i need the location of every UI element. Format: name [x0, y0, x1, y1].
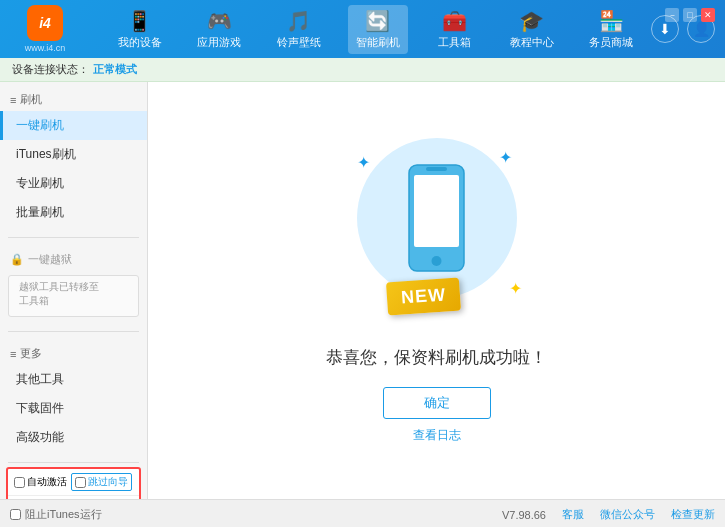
- status-prefix: 设备连接状态：: [12, 62, 89, 77]
- sidebar-item-batch-flash[interactable]: 批量刷机: [0, 198, 147, 227]
- main-layout: ≡ 刷机 一键刷机 iTunes刷机 专业刷机 批量刷机: [0, 82, 725, 499]
- one-key-flash-label: 一键刷机: [16, 117, 64, 134]
- merchant-icon: 🏪: [599, 9, 624, 33]
- nav-ringtones-label: 铃声壁纸: [277, 35, 321, 50]
- footer-link-customer[interactable]: 客服: [562, 507, 584, 522]
- sidebar-item-other-tools[interactable]: 其他工具: [0, 365, 147, 394]
- sidebar-flash-header: ≡ 刷机: [0, 88, 147, 111]
- ringtones-icon: 🎵: [286, 9, 311, 33]
- sync-guide-input[interactable]: [75, 477, 86, 488]
- footer-right: V7.98.66 客服 微信公众号 检查更新: [502, 507, 715, 522]
- device-panel: 自动激活 跳过向导 📱 iPhone 15 Pro Max 512GB iPho…: [6, 467, 141, 499]
- version-text: V7.98.66: [502, 509, 546, 521]
- sync-guide-label: 跳过向导: [88, 475, 128, 489]
- sidebar-item-download-firmware[interactable]: 下载固件: [0, 394, 147, 423]
- auto-activate-label: 自动激活: [27, 475, 67, 489]
- logo: i4 www.i4.cn: [10, 5, 80, 53]
- phone-svg: [404, 163, 469, 273]
- minimize-button[interactable]: －: [665, 8, 679, 22]
- smart-flash-icon: 🔄: [365, 9, 390, 33]
- sidebar-item-one-key-flash[interactable]: 一键刷机: [0, 111, 147, 140]
- maximize-button[interactable]: □: [683, 8, 697, 22]
- itunes-checkbox[interactable]: [10, 509, 21, 520]
- divider-2: [8, 331, 139, 332]
- status-mode: 正常模式: [93, 62, 137, 77]
- device-checkboxes: 自动激活 跳过向导: [8, 469, 139, 496]
- sidebar-item-advanced[interactable]: 高级功能: [0, 423, 147, 452]
- nav-toolbox-label: 工具箱: [438, 35, 471, 50]
- footer-link-update[interactable]: 检查更新: [671, 507, 715, 522]
- sidebar-jailbreak-note: 越狱工具已转移至工具箱: [8, 275, 139, 317]
- svg-point-3: [432, 256, 442, 266]
- device-info: 📱 iPhone 15 Pro Max 512GB iPhone: [8, 496, 139, 499]
- success-message: 恭喜您，保资料刷机成功啦！: [326, 346, 547, 369]
- logo-icon: i4: [27, 5, 63, 41]
- sparkle-icon-3: ✦: [509, 279, 522, 298]
- other-tools-label: 其他工具: [16, 371, 64, 388]
- nav-merchant[interactable]: 🏪 务员商城: [581, 5, 641, 54]
- header: i4 www.i4.cn 📱 我的设备 🎮 应用游戏 🎵 铃声壁纸 🔄 智能刷机: [0, 0, 725, 58]
- close-button[interactable]: ✕: [701, 8, 715, 22]
- footer-link-wechat[interactable]: 微信公众号: [600, 507, 655, 522]
- sidebar-flash-section: ≡ 刷机 一键刷机 iTunes刷机 专业刷机 批量刷机: [0, 82, 147, 233]
- itunes-checkbox-label[interactable]: 阻止iTunes运行: [10, 507, 102, 522]
- jailbreak-note-text: 越狱工具已转移至工具箱: [19, 281, 99, 306]
- nav-my-device-label: 我的设备: [118, 35, 162, 50]
- download-firmware-label: 下载固件: [16, 400, 64, 417]
- more-section-label: 更多: [20, 346, 42, 361]
- new-badge: NEW: [385, 277, 460, 315]
- svg-rect-2: [426, 167, 447, 171]
- nav-toolbox[interactable]: 🧰 工具箱: [427, 5, 482, 54]
- sparkle-icon-1: ✦: [357, 153, 370, 172]
- nav-smart-flash-label: 智能刷机: [356, 35, 400, 50]
- auto-activate-checkbox[interactable]: 自动激活: [14, 475, 67, 489]
- nav-smart-flash[interactable]: 🔄 智能刷机: [348, 5, 408, 54]
- illustration-container: ✦ ✦ ✦ NEW: [337, 138, 537, 318]
- apps-games-icon: 🎮: [207, 9, 232, 33]
- itunes-flash-label: iTunes刷机: [16, 146, 76, 163]
- confirm-button[interactable]: 确定: [383, 387, 491, 419]
- nav-bar: 📱 我的设备 🎮 应用游戏 🎵 铃声壁纸 🔄 智能刷机 🧰 工具箱 🎓: [100, 5, 651, 54]
- sidebar-item-pro-flash[interactable]: 专业刷机: [0, 169, 147, 198]
- sidebar-item-itunes-flash[interactable]: iTunes刷机: [0, 140, 147, 169]
- advanced-label: 高级功能: [16, 429, 64, 446]
- divider-3: [8, 462, 139, 463]
- sidebar-jailbreak-section: 🔒 一键越狱 越狱工具已转移至工具箱: [0, 242, 147, 327]
- window-controls: － □ ✕: [665, 8, 715, 22]
- batch-flash-label: 批量刷机: [16, 204, 64, 221]
- phone-circle: [357, 138, 517, 298]
- toolbox-icon: 🧰: [442, 9, 467, 33]
- nav-tutorials-label: 教程中心: [510, 35, 554, 50]
- auto-activate-input[interactable]: [14, 477, 25, 488]
- nav-my-device[interactable]: 📱 我的设备: [110, 5, 170, 54]
- pro-flash-label: 专业刷机: [16, 175, 64, 192]
- nav-ringtones[interactable]: 🎵 铃声壁纸: [269, 5, 329, 54]
- divider-1: [8, 237, 139, 238]
- success-illustration: ✦ ✦ ✦ NEW: [337, 138, 537, 318]
- nav-apps-games[interactable]: 🎮 应用游戏: [189, 5, 249, 54]
- nav-apps-games-label: 应用游戏: [197, 35, 241, 50]
- sync-guide-checkbox[interactable]: 跳过向导: [71, 473, 132, 491]
- itunes-label: 阻止iTunes运行: [25, 507, 102, 522]
- content-area: ✦ ✦ ✦ NEW 恭喜您，保资料刷机成功啦！ 确定 查看日志: [148, 82, 725, 499]
- status-bar: 设备连接状态： 正常模式: [0, 58, 725, 82]
- sidebar-more-section: ≡ 更多 其他工具 下载固件 高级功能: [0, 336, 147, 458]
- sparkle-icon-2: ✦: [499, 148, 512, 167]
- jailbreak-label: 一键越狱: [28, 252, 72, 267]
- svg-rect-1: [414, 175, 459, 247]
- log-link[interactable]: 查看日志: [413, 427, 461, 444]
- footer: 阻止iTunes运行 V7.98.66 客服 微信公众号 检查更新: [0, 499, 725, 527]
- sidebar-more-header: ≡ 更多: [0, 342, 147, 365]
- my-device-icon: 📱: [127, 9, 152, 33]
- nav-merchant-label: 务员商城: [589, 35, 633, 50]
- logo-url: www.i4.cn: [25, 43, 66, 53]
- sidebar: ≡ 刷机 一键刷机 iTunes刷机 专业刷机 批量刷机: [0, 82, 148, 499]
- flash-section-icon: ≡: [10, 94, 16, 106]
- sidebar-jailbreak-header: 🔒 一键越狱: [0, 248, 147, 271]
- tutorials-icon: 🎓: [519, 9, 544, 33]
- lock-icon: 🔒: [10, 253, 24, 266]
- more-section-icon: ≡: [10, 348, 16, 360]
- flash-section-label: 刷机: [20, 92, 42, 107]
- nav-tutorials[interactable]: 🎓 教程中心: [502, 5, 562, 54]
